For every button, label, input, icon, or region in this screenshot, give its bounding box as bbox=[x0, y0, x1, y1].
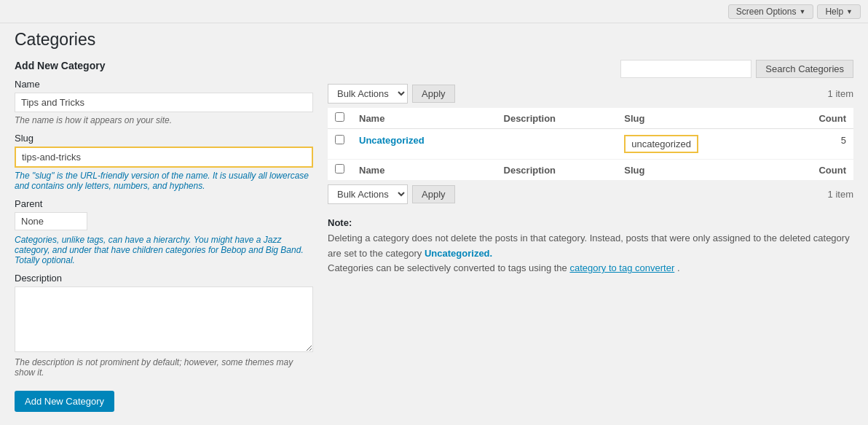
bulk-actions-select-top[interactable]: Bulk Actions bbox=[328, 84, 408, 104]
search-categories-button[interactable]: Search Categories bbox=[756, 60, 853, 78]
add-category-button[interactable]: Add New Category bbox=[15, 391, 114, 412]
table-footer-row: Name Description Slug Count bbox=[328, 160, 853, 181]
table-row: Uncategorized uncategorized 5 bbox=[328, 129, 853, 160]
name-input[interactable] bbox=[15, 93, 313, 112]
footer-slug-col: Slug bbox=[617, 160, 777, 181]
screen-options-button[interactable]: Screen Options ▼ bbox=[728, 4, 814, 19]
add-category-heading: Add New Category bbox=[15, 60, 313, 71]
bottom-toolbar-left: Bulk Actions Apply bbox=[328, 184, 455, 204]
apply-button-top[interactable]: Apply bbox=[412, 85, 455, 103]
category-table-panel: Search Categories Bulk Actions Apply 1 i… bbox=[328, 60, 853, 412]
footer-name-col: Name bbox=[352, 160, 497, 181]
note-uncategorized: Uncategorized. bbox=[425, 248, 492, 259]
note-line1: Deleting a category does not delete the … bbox=[328, 233, 850, 259]
item-count-bottom: 1 item bbox=[828, 189, 853, 200]
parent-label: Parent bbox=[15, 198, 313, 209]
note-line2-end: . bbox=[677, 262, 680, 273]
search-row: Search Categories bbox=[328, 60, 853, 78]
row-count-cell: 5 bbox=[778, 129, 853, 160]
table-header-row: Name Description Slug Count bbox=[328, 108, 853, 129]
parent-hint: Categories, unlike tags, can have a hier… bbox=[15, 235, 313, 265]
slug-value: uncategorized bbox=[624, 135, 698, 153]
name-label: Name bbox=[15, 79, 313, 90]
header-name-col: Name bbox=[352, 108, 497, 129]
slug-hint: The "slug" is the URL-friendly version o… bbox=[15, 171, 313, 191]
name-row: Name The name is how it appears on your … bbox=[15, 79, 313, 125]
slug-label: Slug bbox=[15, 133, 313, 144]
row-description-cell bbox=[497, 129, 618, 160]
bottom-toolbar: Bulk Actions Apply 1 item bbox=[328, 184, 853, 204]
name-hint: The name is how it appears on your site. bbox=[15, 115, 313, 125]
row-name-cell: Uncategorized bbox=[352, 129, 497, 160]
page-title: Categories bbox=[0, 23, 868, 52]
apply-button-bottom[interactable]: Apply bbox=[412, 185, 455, 203]
top-toolbar-left: Bulk Actions Apply bbox=[328, 84, 455, 104]
note-box: Note: Deleting a category does not delet… bbox=[328, 216, 853, 276]
note-label: Note: bbox=[328, 217, 352, 228]
header-slug-col: Slug bbox=[617, 108, 777, 129]
description-hint: The description is not prominent by defa… bbox=[15, 357, 313, 378]
top-toolbar: Bulk Actions Apply 1 item bbox=[328, 84, 853, 104]
description-textarea[interactable] bbox=[15, 286, 313, 352]
help-label: Help bbox=[825, 7, 843, 17]
category-name-link[interactable]: Uncategorized bbox=[359, 135, 425, 146]
footer-description-col: Description bbox=[497, 160, 618, 181]
select-all-checkbox[interactable] bbox=[335, 112, 344, 122]
parent-select[interactable]: None bbox=[15, 212, 87, 230]
footer-checkbox-col bbox=[328, 160, 352, 181]
screen-options-arrow: ▼ bbox=[799, 8, 805, 15]
screen-options-label: Screen Options bbox=[736, 7, 797, 17]
description-label: Description bbox=[15, 273, 313, 284]
slug-row: Slug The "slug" is the URL-friendly vers… bbox=[15, 133, 313, 191]
note-line2: Categories can be selectively converted … bbox=[328, 262, 567, 273]
help-arrow: ▼ bbox=[846, 8, 853, 15]
help-button[interactable]: Help ▼ bbox=[817, 4, 861, 19]
bulk-actions-select-bottom[interactable]: Bulk Actions bbox=[328, 184, 408, 204]
row-slug-cell: uncategorized bbox=[617, 129, 777, 160]
item-count-top: 1 item bbox=[828, 88, 853, 99]
header-description-col: Description bbox=[497, 108, 618, 129]
parent-select-wrapper: None bbox=[15, 212, 87, 230]
main-content: Add New Category Name The name is how it… bbox=[0, 52, 868, 419]
category-to-tag-link[interactable]: category to tag converter bbox=[569, 262, 674, 273]
parent-row: Parent None Categories, unlike tags, can… bbox=[15, 198, 313, 265]
categories-table: Name Description Slug Count Uncategorize… bbox=[328, 108, 853, 180]
row-checkbox-cell bbox=[328, 129, 352, 160]
top-bar: Screen Options ▼ Help ▼ bbox=[0, 0, 868, 23]
row-checkbox[interactable] bbox=[335, 135, 344, 144]
description-row: Description The description is not promi… bbox=[15, 273, 313, 378]
header-count-col: Count bbox=[778, 108, 853, 129]
header-checkbox-col bbox=[328, 108, 352, 129]
add-category-panel: Add New Category Name The name is how it… bbox=[15, 60, 313, 412]
footer-count-col: Count bbox=[778, 160, 853, 181]
search-input[interactable] bbox=[620, 60, 751, 78]
select-all-checkbox-bottom[interactable] bbox=[335, 164, 344, 173]
slug-input[interactable] bbox=[15, 147, 313, 168]
